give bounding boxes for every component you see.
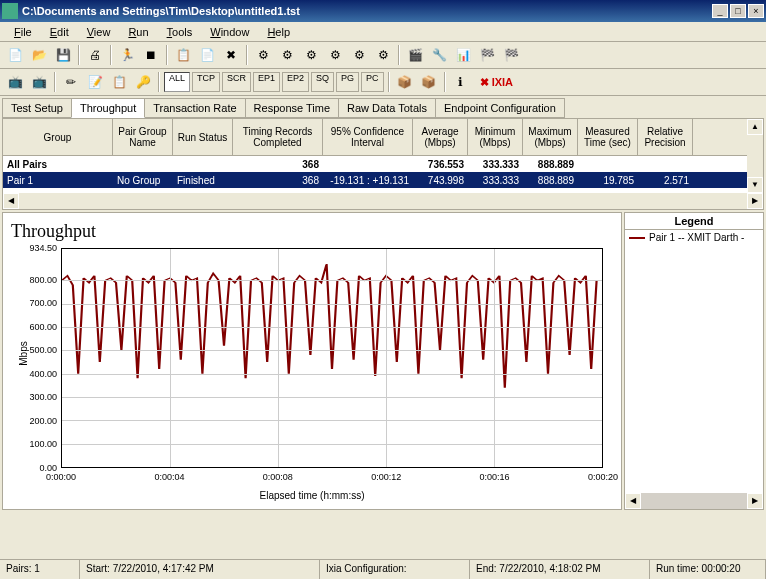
tool3-icon[interactable]: ⚙: [300, 44, 322, 66]
save-icon[interactable]: 💾: [52, 44, 74, 66]
open-icon[interactable]: 📂: [28, 44, 50, 66]
scroll-left-icon[interactable]: ◀: [3, 193, 19, 209]
col-max[interactable]: Maximum (Mbps): [523, 119, 578, 155]
paste-icon[interactable]: 📄: [196, 44, 218, 66]
filter-ep1[interactable]: EP1: [253, 72, 280, 92]
col-pgname[interactable]: Pair Group Name: [113, 119, 173, 155]
col-mt[interactable]: Measured Time (sec): [578, 119, 638, 155]
tv-icon[interactable]: 📺: [4, 71, 26, 93]
misc2-icon[interactable]: 📦: [418, 71, 440, 93]
tool2-icon[interactable]: ⚙: [276, 44, 298, 66]
cell-max: 888.889: [523, 159, 578, 170]
menu-help[interactable]: Help: [259, 24, 298, 40]
copy-icon[interactable]: 📋: [172, 44, 194, 66]
edit4-icon[interactable]: 🔑: [132, 71, 154, 93]
run-icon[interactable]: 🏃: [116, 44, 138, 66]
cell-group: All Pairs: [3, 159, 113, 170]
new-icon[interactable]: 📄: [4, 44, 26, 66]
col-min[interactable]: Minimum (Mbps): [468, 119, 523, 155]
menu-file[interactable]: File: [6, 24, 40, 40]
scroll-right-icon[interactable]: ▶: [747, 193, 763, 209]
tool5-icon[interactable]: ⚙: [348, 44, 370, 66]
maximize-button[interactable]: □: [730, 4, 746, 18]
grid-vscroll[interactable]: ▲ ▼: [747, 119, 763, 193]
tool-icon[interactable]: ⚙: [252, 44, 274, 66]
x-tick: 0:00:08: [263, 472, 293, 482]
tab-throughput[interactable]: Throughput: [71, 98, 145, 118]
cell-trc: 368: [233, 159, 323, 170]
table-row[interactable]: Pair 1No GroupFinished368-19.131 : +19.1…: [3, 172, 763, 188]
edit3-icon[interactable]: 📋: [108, 71, 130, 93]
col-trc[interactable]: Timing Records Completed: [233, 119, 323, 155]
scroll-down-icon[interactable]: ▼: [747, 177, 763, 193]
legend-title: Legend: [625, 213, 763, 230]
cell-avg: 743.998: [413, 175, 468, 186]
toolbar-2: 📺 📺 ✏ 📝 📋 🔑 ALL TCP SCR EP1 EP2 SQ PG PC…: [0, 69, 766, 96]
legend-item[interactable]: Pair 1 -- XMIT Darth -: [625, 230, 763, 245]
y-tick: 300.00: [29, 392, 57, 402]
scroll-up-icon[interactable]: ▲: [747, 119, 763, 135]
filter-pg[interactable]: PG: [336, 72, 359, 92]
y-tick: 200.00: [29, 416, 57, 426]
tool10-icon[interactable]: 🏁: [476, 44, 498, 66]
tool6-icon[interactable]: ⚙: [372, 44, 394, 66]
y-tick: 400.00: [29, 369, 57, 379]
filter-ep2[interactable]: EP2: [282, 72, 309, 92]
col-status[interactable]: Run Status: [173, 119, 233, 155]
x-tick: 0:00:20: [588, 472, 618, 482]
tab-endpoint-config[interactable]: Endpoint Configuration: [435, 98, 565, 118]
menu-edit[interactable]: Edit: [42, 24, 77, 40]
cell-max: 888.889: [523, 175, 578, 186]
col-avg[interactable]: Average (Mbps): [413, 119, 468, 155]
tab-transaction-rate[interactable]: Transaction Rate: [144, 98, 245, 118]
misc-icon[interactable]: 📦: [394, 71, 416, 93]
tool7-icon[interactable]: 🎬: [404, 44, 426, 66]
print-icon[interactable]: 🖨: [84, 44, 106, 66]
tab-response-time[interactable]: Response Time: [245, 98, 339, 118]
grid-hscroll[interactable]: ◀ ▶: [3, 193, 763, 209]
chart-box: Mbps 934.50800.00700.00600.00500.00400.0…: [61, 248, 613, 488]
menu-view[interactable]: View: [79, 24, 119, 40]
filter-tcp[interactable]: TCP: [192, 72, 220, 92]
cell-avg: 736.553: [413, 159, 468, 170]
tool8-icon[interactable]: 🔧: [428, 44, 450, 66]
col-group[interactable]: Group: [3, 119, 113, 155]
menu-run[interactable]: Run: [120, 24, 156, 40]
scroll-right-icon[interactable]: ▶: [747, 493, 763, 509]
filter-all[interactable]: ALL: [164, 72, 190, 92]
legend-hscroll[interactable]: ◀ ▶: [625, 493, 763, 509]
tool4-icon[interactable]: ⚙: [324, 44, 346, 66]
edit-icon[interactable]: ✏: [60, 71, 82, 93]
close-button[interactable]: ×: [748, 4, 764, 18]
y-tick: 934.50: [29, 243, 57, 253]
col-rp[interactable]: Relative Precision: [638, 119, 693, 155]
filter-sq[interactable]: SQ: [311, 72, 334, 92]
line-series: [62, 249, 602, 467]
tab-raw-data-totals[interactable]: Raw Data Totals: [338, 98, 436, 118]
tab-test-setup[interactable]: Test Setup: [2, 98, 72, 118]
cell-min: 333.333: [468, 175, 523, 186]
scroll-left-icon[interactable]: ◀: [625, 493, 641, 509]
tv2-icon[interactable]: 📺: [28, 71, 50, 93]
titlebar: C:\Documents and Settings\Tim\Desktop\un…: [0, 0, 766, 22]
plot-area[interactable]: [61, 248, 603, 468]
legend-panel: Legend Pair 1 -- XMIT Darth - ◀ ▶: [624, 212, 764, 510]
status-end: End: 7/22/2010, 4:18:02 PM: [470, 560, 650, 579]
chart-panel: Throughput Mbps 934.50800.00700.00600.00…: [2, 212, 622, 510]
tool9-icon[interactable]: 📊: [452, 44, 474, 66]
delete-icon[interactable]: ✖: [220, 44, 242, 66]
minimize-button[interactable]: _: [712, 4, 728, 18]
filter-scr[interactable]: SCR: [222, 72, 251, 92]
filter-pc[interactable]: PC: [361, 72, 384, 92]
col-ci[interactable]: 95% Confidence Interval: [323, 119, 413, 155]
table-row[interactable]: All Pairs368736.553333.333888.889: [3, 156, 763, 172]
status-config: Ixia Configuration:: [320, 560, 470, 579]
menu-tools[interactable]: Tools: [159, 24, 201, 40]
info-icon[interactable]: ℹ: [450, 71, 472, 93]
stop-icon[interactable]: ⏹: [140, 44, 162, 66]
grid-header: Group Pair Group Name Run Status Timing …: [3, 119, 763, 156]
menu-window[interactable]: Window: [202, 24, 257, 40]
cell-trc: 368: [233, 175, 323, 186]
edit2-icon[interactable]: 📝: [84, 71, 106, 93]
tool11-icon[interactable]: 🏁: [500, 44, 522, 66]
